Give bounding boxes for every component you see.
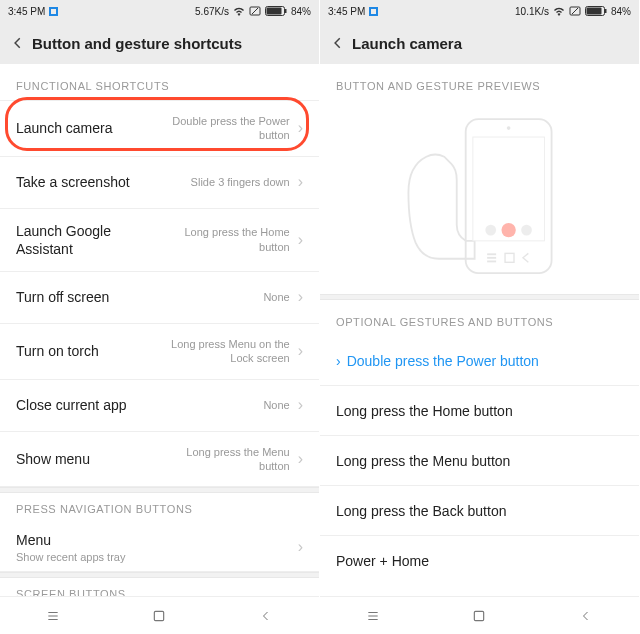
menu-title: Menu bbox=[16, 531, 125, 549]
title-bar: Launch camera bbox=[320, 22, 639, 64]
item-title: Take a screenshot bbox=[16, 173, 130, 191]
back-nav-button[interactable] bbox=[566, 604, 606, 628]
notif-off-icon bbox=[249, 6, 261, 16]
status-bar: 3:45 PM 5.67K/s 84% bbox=[0, 0, 319, 22]
item-value: Slide 3 fingers down bbox=[191, 175, 290, 189]
gesture-option[interactable]: › Double press the Power button bbox=[320, 336, 639, 386]
option-label: Double press the Power button bbox=[347, 353, 539, 369]
svg-rect-3 bbox=[266, 8, 281, 15]
battery-percent: 84% bbox=[611, 6, 631, 17]
svg-rect-10 bbox=[605, 9, 607, 13]
chevron-right-icon: › bbox=[298, 538, 303, 556]
item-value: None bbox=[263, 290, 289, 304]
list-item[interactable]: Turn off screen None› bbox=[0, 272, 319, 324]
item-value: Double press the Power button bbox=[160, 114, 290, 143]
back-button[interactable] bbox=[324, 29, 352, 57]
chevron-right-icon: › bbox=[298, 231, 303, 249]
item-value: Long press the Home button bbox=[165, 225, 290, 254]
section-header-functional: FUNCTIONAL SHORTCUTS bbox=[0, 64, 319, 100]
home-button[interactable] bbox=[459, 604, 499, 628]
recent-apps-button[interactable] bbox=[33, 604, 73, 628]
chevron-right-icon: › bbox=[298, 450, 303, 468]
chevron-right-icon: › bbox=[298, 288, 303, 306]
title-bar: Button and gesture shortcuts bbox=[0, 22, 319, 64]
list-item[interactable]: Take a screenshot Slide 3 fingers down› bbox=[0, 157, 319, 209]
list-item[interactable]: Launch camera Double press the Power but… bbox=[0, 100, 319, 157]
gesture-preview-illustration bbox=[320, 100, 639, 294]
gesture-option[interactable]: Long press the Home button bbox=[320, 386, 639, 436]
chevron-right-icon: › bbox=[298, 173, 303, 191]
item-title: Turn on torch bbox=[16, 342, 99, 360]
svg-rect-20 bbox=[505, 253, 514, 262]
chevron-right-icon: › bbox=[336, 353, 341, 369]
option-label: Long press the Back button bbox=[336, 503, 506, 519]
wifi-icon bbox=[233, 6, 245, 16]
list-item[interactable]: Menu Show recent apps tray › bbox=[0, 523, 319, 572]
svg-rect-4 bbox=[285, 9, 287, 13]
item-title: Launch Google Assistant bbox=[16, 222, 165, 258]
svg-point-16 bbox=[521, 225, 532, 236]
status-bar: 3:45 PM 10.1K/s 84% bbox=[320, 0, 639, 22]
right-screenshot: 3:45 PM 10.1K/s 84% Launch camera BUTTON… bbox=[320, 0, 640, 634]
svg-rect-17 bbox=[487, 253, 496, 255]
list-item[interactable]: Show menu Long press the Menu button› bbox=[0, 432, 319, 488]
svg-rect-21 bbox=[475, 611, 484, 620]
back-button[interactable] bbox=[4, 29, 32, 57]
app-indicator-icon bbox=[369, 7, 378, 16]
list-item[interactable]: Launch Google Assistant Long press the H… bbox=[0, 209, 319, 272]
item-value: None bbox=[263, 398, 289, 412]
item-value: Long press the Menu button bbox=[160, 445, 290, 474]
wifi-icon bbox=[553, 6, 565, 16]
nav-bar bbox=[320, 596, 639, 634]
battery-icon bbox=[265, 6, 287, 16]
svg-rect-9 bbox=[586, 8, 601, 15]
item-title: Close current app bbox=[16, 396, 127, 414]
svg-point-14 bbox=[485, 225, 496, 236]
item-value: Long press Menu on the Lock screen bbox=[160, 337, 290, 366]
notif-off-icon bbox=[569, 6, 581, 16]
svg-point-12 bbox=[506, 126, 510, 130]
option-label: Long press the Home button bbox=[336, 403, 513, 419]
svg-rect-19 bbox=[487, 261, 496, 263]
gesture-option[interactable]: Long press the Menu button bbox=[320, 436, 639, 486]
battery-icon bbox=[585, 6, 607, 16]
section-header-pressnav: PRESS NAVIGATION BUTTONS bbox=[0, 493, 319, 523]
page-title: Launch camera bbox=[352, 35, 462, 52]
svg-point-15 bbox=[501, 223, 515, 237]
chevron-right-icon: › bbox=[298, 342, 303, 360]
option-label: Power + Home bbox=[336, 553, 429, 569]
status-time: 3:45 PM bbox=[328, 6, 365, 17]
svg-rect-18 bbox=[487, 257, 496, 259]
detail-body: BUTTON AND GESTURE PREVIEWS bbox=[320, 64, 639, 596]
app-indicator-icon bbox=[49, 7, 58, 16]
network-speed: 5.67K/s bbox=[195, 6, 229, 17]
back-nav-button[interactable] bbox=[246, 604, 286, 628]
settings-body: FUNCTIONAL SHORTCUTS Launch camera Doubl… bbox=[0, 64, 319, 596]
list-item[interactable]: Turn on torch Long press Menu on the Loc… bbox=[0, 324, 319, 380]
item-title: Show menu bbox=[16, 450, 90, 468]
battery-percent: 84% bbox=[291, 6, 311, 17]
left-screenshot: 3:45 PM 5.67K/s 84% Button and gesture s… bbox=[0, 0, 320, 634]
network-speed: 10.1K/s bbox=[515, 6, 549, 17]
item-title: Launch camera bbox=[16, 119, 113, 137]
section-header-options: OPTIONAL GESTURES AND BUTTONS bbox=[320, 300, 639, 336]
home-button[interactable] bbox=[139, 604, 179, 628]
section-header-screenbuttons: SCREEN BUTTONS bbox=[0, 578, 319, 596]
chevron-right-icon: › bbox=[298, 396, 303, 414]
svg-line-1 bbox=[252, 8, 258, 14]
item-title: Turn off screen bbox=[16, 288, 109, 306]
svg-line-7 bbox=[572, 8, 578, 14]
chevron-right-icon: › bbox=[298, 119, 303, 137]
section-header-preview: BUTTON AND GESTURE PREVIEWS bbox=[320, 64, 639, 100]
list-item[interactable]: Close current app None› bbox=[0, 380, 319, 432]
menu-sub: Show recent apps tray bbox=[16, 551, 125, 563]
option-label: Long press the Menu button bbox=[336, 453, 510, 469]
status-time: 3:45 PM bbox=[8, 6, 45, 17]
svg-rect-5 bbox=[155, 611, 164, 620]
gesture-option[interactable]: Long press the Back button bbox=[320, 486, 639, 536]
recent-apps-button[interactable] bbox=[353, 604, 393, 628]
page-title: Button and gesture shortcuts bbox=[32, 35, 242, 52]
nav-bar bbox=[0, 596, 319, 634]
gesture-option[interactable]: Power + Home bbox=[320, 536, 639, 586]
